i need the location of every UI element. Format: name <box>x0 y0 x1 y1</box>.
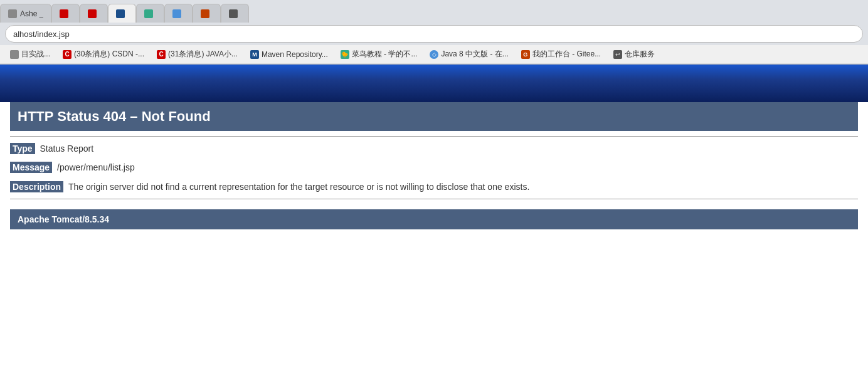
bookmark-label-1: 目实战... <box>21 49 50 60</box>
tab-8[interactable] <box>221 4 249 23</box>
tab-2[interactable] <box>51 4 80 23</box>
tab-favicon-1 <box>8 9 17 18</box>
bookmark-1[interactable]: 目实战... <box>5 48 55 61</box>
tab-favicon-6 <box>172 9 181 18</box>
description-value: The origin server did not find a current… <box>68 182 529 192</box>
tab-4[interactable] <box>108 4 136 23</box>
type-row: Type Status Report <box>10 142 858 155</box>
bookmark-favicon-2: C <box>63 50 71 59</box>
bookmark-label-8: 仓库服务 <box>625 49 655 60</box>
footer-text: Apache Tomcat/8.5.34 <box>18 214 109 224</box>
tab-6[interactable] <box>164 4 193 23</box>
bookmark-favicon-8: ↩ <box>613 50 622 59</box>
bookmark-label-5: 菜鸟教程 - 学的不... <box>352 49 418 60</box>
bookmark-favicon-5: 🐤 <box>341 50 349 59</box>
bookmark-2[interactable]: C (30条消息) CSDN -... <box>58 48 149 61</box>
status-title: HTTP Status 404 – Not Found <box>10 102 858 131</box>
description-row: Description The origin server did not fi… <box>10 180 858 194</box>
bookmark-6[interactable]: ◇ Java 8 中文版 - 在... <box>425 48 513 61</box>
divider-2 <box>10 199 858 199</box>
bookmark-label-4: Maven Repository... <box>262 50 328 59</box>
bookmark-5[interactable]: 🐤 菜鸟教程 - 学的不... <box>336 48 423 61</box>
tab-favicon-7 <box>201 9 209 18</box>
address-bar-text: alhost/index.jsp <box>13 29 70 39</box>
bookmark-favicon-3: C <box>157 50 166 59</box>
tab-favicon-2 <box>60 9 68 18</box>
status-title-text: HTTP Status 404 – Not Found <box>18 108 211 124</box>
tab-3[interactable] <box>80 4 108 23</box>
tab-favicon-8 <box>229 9 238 18</box>
bookmark-8[interactable]: ↩ 仓库服务 <box>608 48 660 61</box>
bookmark-3[interactable]: C (31条消息) JAVA小... <box>152 48 243 61</box>
tab-favicon-4 <box>116 9 125 18</box>
bookmark-favicon-1 <box>10 50 19 59</box>
address-bar-row: alhost/index.jsp <box>0 23 868 45</box>
description-label: Description <box>10 181 63 192</box>
tab-5[interactable] <box>136 4 164 23</box>
tab-favicon-3 <box>88 9 97 18</box>
message-label: Message <box>10 162 52 173</box>
page-content: HTTP Status 404 – Not Found Type Status … <box>0 102 868 229</box>
bookmarks-bar: 目实战... C (30条消息) CSDN -... C (31条消息) JAV… <box>0 45 868 64</box>
bookmark-label-2: (30条消息) CSDN -... <box>74 49 144 60</box>
tab-7[interactable] <box>193 4 221 23</box>
browser-chrome: Ashe _ <box>0 0 868 65</box>
tab-bar: Ashe _ <box>0 0 868 23</box>
page-header-band <box>0 65 868 102</box>
bookmark-favicon-7: G <box>521 50 530 59</box>
message-value: /power/menu/list.jsp <box>57 162 135 172</box>
type-value: Status Report <box>40 144 94 154</box>
bookmark-label-6: Java 8 中文版 - 在... <box>441 49 508 60</box>
bookmark-4[interactable]: M Maven Repository... <box>245 48 333 61</box>
message-row: Message /power/menu/list.jsp <box>10 160 858 174</box>
bookmark-label-7: 我的工作台 - Gitee... <box>532 49 601 60</box>
bookmark-7[interactable]: G 我的工作台 - Gitee... <box>516 48 606 61</box>
tab-favicon-5 <box>144 9 153 18</box>
type-label: Type <box>10 143 35 154</box>
address-bar[interactable]: alhost/index.jsp <box>5 25 863 43</box>
tab-1[interactable]: Ashe _ <box>0 4 51 23</box>
bookmark-favicon-6: ◇ <box>430 50 438 59</box>
tab-label-1: Ashe _ <box>20 9 43 18</box>
divider-1 <box>10 136 858 137</box>
bookmark-label-3: (31条消息) JAVA小... <box>168 49 238 60</box>
bookmark-favicon-4: M <box>250 50 259 59</box>
status-footer: Apache Tomcat/8.5.34 <box>10 209 858 229</box>
